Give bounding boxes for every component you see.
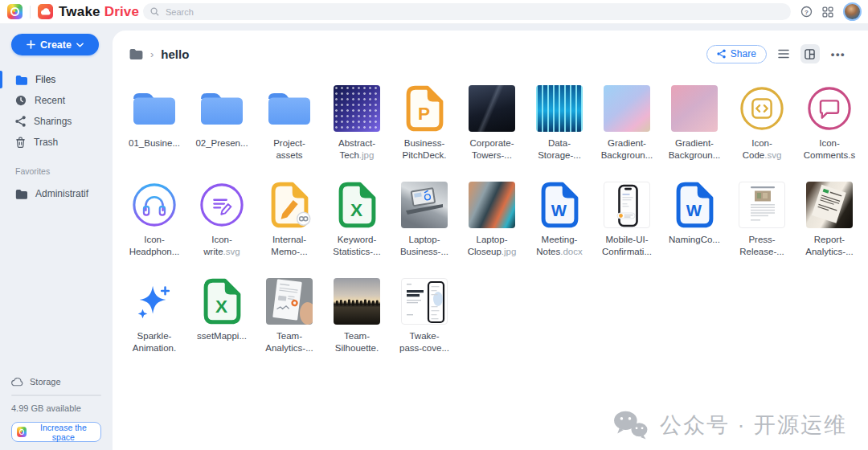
file-item[interactable]: Report-Analytics-...	[796, 180, 863, 275]
create-button[interactable]: Create	[11, 34, 99, 55]
file-item[interactable]: Team-Analytics-...	[256, 276, 323, 371]
app-grid-icon[interactable]	[822, 6, 833, 18]
file-item[interactable]: Icon-Headphon...	[121, 180, 188, 275]
file-icon-doc-memo	[268, 180, 311, 230]
sidebar-item-files[interactable]: Files	[0, 69, 113, 90]
file-item[interactable]: WNamingCo...	[661, 180, 728, 275]
sidebar-item-administratif[interactable]: Administratif	[0, 183, 113, 204]
file-item[interactable]: 01_Busine...	[121, 84, 188, 178]
file-item[interactable]: Abstract-Tech.jpg	[323, 84, 391, 178]
file-item[interactable]: Laptop-Closeup.jpg	[458, 180, 526, 275]
file-item[interactable]: Gradient-Backgroun...	[593, 84, 661, 178]
file-item[interactable]: Icon-Comments.s	[796, 84, 863, 178]
sidebar-item-label: Trash	[34, 137, 58, 148]
sidebar-item-label: Recent	[35, 95, 65, 106]
more-options-icon[interactable]: •••	[831, 48, 845, 60]
file-icon-folder	[266, 84, 313, 133]
share-icon	[717, 49, 726, 59]
sidebar-item-recent[interactable]: Recent	[0, 90, 113, 111]
file-item[interactable]: Mobile-UI-Confirmati...	[593, 180, 661, 275]
increase-space-button[interactable]: Increase the space	[11, 422, 101, 442]
storage-label: Storage	[30, 377, 61, 387]
file-item[interactable]: Data-Storage-...	[526, 84, 593, 178]
svg-text:P: P	[417, 104, 429, 124]
file-item[interactable]: WMeeting-Notes.docx	[526, 180, 593, 275]
share-button[interactable]: Share	[706, 45, 767, 63]
file-name: Gradient-Backgroun...	[601, 137, 653, 162]
topbar-actions: ?	[800, 0, 862, 23]
main-panel: › hello Share ••• 01_Busine... 02_Presen…	[113, 31, 868, 450]
file-item[interactable]: 02_Presen...	[188, 84, 256, 178]
twake-cloud-logo-icon[interactable]	[38, 4, 53, 19]
help-icon[interactable]: ?	[800, 6, 813, 18]
sidebar-item-label: Files	[35, 74, 55, 85]
file-name: Mobile-UI-Confirmati...	[602, 234, 652, 258]
file-name: 01_Busine...	[129, 137, 180, 149]
file-name: Report-Analytics-...	[805, 234, 853, 258]
file-icon-thumb-mobile	[604, 180, 650, 230]
breadcrumb[interactable]: › hello	[129, 47, 189, 61]
file-item[interactable]: Icon-Code.svg	[728, 84, 796, 178]
favorites-section-label: Favorites	[15, 166, 113, 176]
file-item[interactable]: Gradient-Backgroun...	[661, 84, 728, 178]
plus-icon	[27, 40, 35, 49]
file-icon-thumb-press	[739, 180, 785, 230]
file-name: NamingCo...	[669, 234, 720, 246]
file-item[interactable]: Press-Release-...	[728, 180, 796, 275]
svg-text:X: X	[350, 200, 362, 220]
sidebar-item-sharings[interactable]: Sharings	[0, 111, 113, 132]
file-item[interactable]: Project-assets	[256, 84, 323, 178]
file-name: Gradient-Backgroun...	[669, 137, 721, 162]
folder-icon	[15, 189, 27, 199]
file-name: Data-Storage-...	[538, 137, 581, 162]
clock-icon	[15, 95, 27, 106]
file-name: Keyword-Statistics-...	[333, 234, 380, 258]
file-icon-icon-sparkle	[131, 276, 178, 326]
file-item[interactable]: XKeyword-Statistics-...	[323, 180, 391, 275]
create-label: Create	[40, 39, 72, 51]
file-name: Abstract-Tech.jpg	[338, 137, 375, 162]
file-item[interactable]: Laptop-Business-...	[391, 180, 458, 275]
file-name: Internal-Memo-...	[271, 234, 307, 258]
file-name: ssetMappi...	[197, 330, 247, 342]
file-item[interactable]: Internal-Memo-...	[256, 180, 323, 275]
grid-view-icon[interactable]	[800, 44, 820, 63]
file-icon-icon-write	[199, 180, 245, 230]
file-icon-thumb-towers	[469, 84, 515, 133]
list-view-icon[interactable]	[778, 49, 789, 59]
file-icon-icon-headphones	[131, 180, 178, 230]
file-icon-doc-excel: X	[336, 180, 379, 230]
file-item[interactable]: Twake-pass-cove...	[391, 276, 458, 371]
search-bar[interactable]	[143, 3, 791, 20]
file-item[interactable]: Sparkle-Animation.	[121, 276, 188, 371]
file-name: Team-Analytics-...	[265, 330, 313, 354]
file-name: Laptop-Closeup.jpg	[468, 234, 517, 258]
file-item[interactable]: PBusiness-PitchDeck.	[391, 84, 458, 178]
file-item[interactable]: Team-Silhouette.	[323, 276, 391, 371]
file-icon-folder	[199, 84, 245, 133]
apps-rainbow-icon[interactable]	[7, 4, 23, 19]
sidebar-item-trash[interactable]: Trash	[0, 132, 113, 153]
file-item[interactable]: Icon-write.svg	[188, 180, 256, 275]
file-name: Project-assets	[273, 137, 305, 162]
user-avatar[interactable]	[843, 2, 862, 21]
file-icon-thumb-closeup	[469, 180, 515, 230]
file-name: Laptop-Business-...	[400, 234, 448, 258]
file-icon-thumb-report	[806, 180, 853, 230]
wechat-icon	[612, 410, 649, 440]
cloud-icon	[11, 378, 24, 387]
file-icon-thumb-laptop	[401, 180, 448, 230]
file-icon-icon-comments	[806, 84, 853, 133]
file-name: 02_Presen...	[195, 137, 248, 149]
file-item[interactable]: XssetMappi...	[188, 276, 256, 371]
file-name: Press-Release-...	[739, 234, 784, 258]
apps-rainbow-icon	[17, 427, 27, 437]
sidebar-item-label: Sharings	[34, 116, 72, 127]
svg-text:W: W	[551, 202, 567, 219]
file-grid: 01_Busine... 02_Presen... Project-assets…	[113, 71, 868, 373]
file-icon-doc-p: P	[403, 84, 446, 133]
folder-icon	[129, 48, 143, 59]
search-input[interactable]	[164, 6, 784, 18]
trash-icon	[15, 137, 26, 148]
file-item[interactable]: Corporate-Towers-...	[458, 84, 526, 178]
